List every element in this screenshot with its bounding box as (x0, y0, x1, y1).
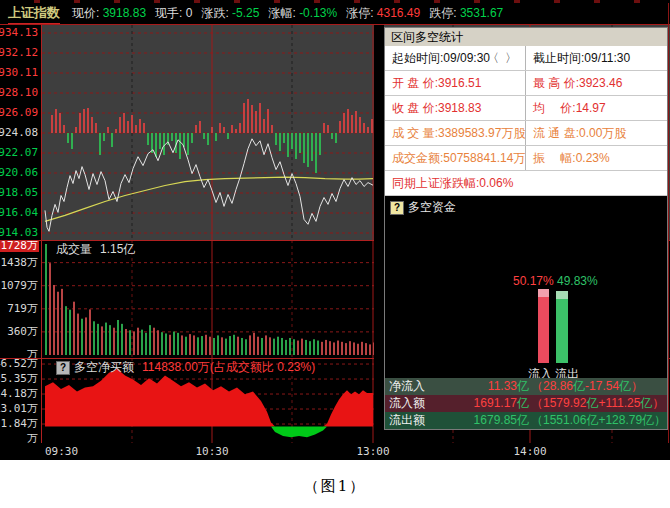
netbuy-label: 多空净买额 (74, 359, 134, 376)
fund-flow-section: ? 多空资金 50.17% 49.83% 流入 流出 净流入11.33亿（28.… (385, 196, 667, 429)
quote-title-bar: 上证指数 现价: 3918.83现手: 0涨跌: -5.25涨幅: -0.13%… (0, 3, 670, 25)
stats-row: 开 盘 价:3916.51最 高 价:3923.46 (385, 71, 667, 96)
stats-cell: 最 高 价:3923.46 (526, 71, 667, 95)
fund-row-label: 净流入 (385, 378, 441, 395)
quote-field: 涨跌: -5.25 (201, 5, 259, 22)
axis-border (41, 25, 42, 443)
price-tick-label: 3920.06 (0, 167, 38, 179)
stats-row: 同期上证涨跌幅:0.06% (385, 171, 667, 196)
fund-row-value-segment: （1551.06 (531, 413, 586, 427)
fund-section-title: 多空资金 (408, 199, 456, 216)
range-arrows: 〈〉 (481, 46, 517, 70)
field-value: -5.25 (232, 6, 259, 20)
range-next-button[interactable]: 〉 (505, 51, 517, 65)
help-icon[interactable]: ? (56, 361, 70, 375)
volume-tick-label: 1728万 (0, 240, 39, 252)
fund-row-value-segment: 1691.17 (474, 396, 517, 410)
fund-row-value-segment: ） (652, 396, 664, 410)
fund-row-value-segment: 亿 (640, 396, 652, 410)
fund-row-value-segment: 亿 (517, 413, 529, 427)
fund-row-label: 流出额 (385, 412, 441, 429)
price-tick-label: 3934.13 (0, 27, 38, 39)
fund-row-label: 流入额 (385, 395, 441, 412)
time-tick-label: 14:00 (513, 445, 546, 458)
fund-row-value-segment: （28.86 (531, 379, 573, 393)
netbuy-tick-label: 46.52万 (0, 358, 38, 370)
range-stats-table: 起始时间:09/09:30〈〉截止时间:09/11:30开 盘 价:3916.5… (385, 46, 667, 196)
volume-tick-label: 1079万 (1, 280, 39, 292)
fund-flow-row: 净流入11.33亿（28.86亿-17.54亿） (385, 378, 667, 395)
quote-field: 现手: 0 (155, 5, 192, 22)
netbuy-y-axis: 46.52万35.35万24.18万13.01万1.84万万 (0, 358, 41, 443)
stats-cell: 振 幅:0.23% (526, 146, 667, 170)
volume-tick-label: 1438万 (1, 257, 39, 269)
figure-caption-area: （图1） (0, 460, 670, 508)
panel-shadow (374, 25, 384, 430)
stats-cell: 流 通 盘:0.00万股 (526, 121, 667, 145)
inflow-bar (538, 289, 549, 363)
field-label: 涨幅: (268, 6, 299, 20)
fund-row-value-segment: 亿 (517, 379, 529, 393)
volume-tick-label: 719万 (7, 303, 38, 315)
netbuy-tick-label: 24.18万 (0, 388, 38, 400)
time-tick-label: 10:30 (195, 445, 228, 458)
side-panel-title: 区间多空统计 (385, 28, 667, 46)
netbuy-tick-label: 13.01万 (0, 403, 38, 415)
fund-row-value-segment: +128.79 (598, 413, 642, 427)
stats-cell: 收 盘 价:3918.83 (385, 96, 526, 120)
outflow-bar (556, 291, 568, 363)
price-tick-label: 3930.11 (0, 67, 38, 79)
price-tick-label: 3918.05 (0, 187, 38, 199)
fund-row-value-segment: 亿 (586, 396, 598, 410)
fund-flow-row: 流入额1691.17亿（1579.92亿+111.25亿） (385, 395, 667, 412)
fund-row-value-segment: 亿 (517, 396, 529, 410)
field-label: 现手: (155, 6, 186, 20)
help-icon[interactable]: ? (390, 201, 404, 215)
field-value: 3918.83 (103, 6, 146, 20)
outflow-percent: 49.83% (557, 274, 598, 288)
price-tick-label: 3916.04 (0, 207, 38, 219)
netbuy-tick-label: 35.35万 (0, 373, 38, 385)
range-prev-button[interactable]: 〈 (487, 51, 499, 65)
fund-row-value-segment: （1579.92 (531, 396, 586, 410)
quote-field: 现价: 3918.83 (72, 5, 146, 22)
volume-y-axis: 1728万1438万1079万719万360万万 (0, 240, 41, 358)
trading-app-window: 上证指数 现价: 3918.83现手: 0涨跌: -5.25涨幅: -0.13%… (0, 0, 670, 460)
fund-row-value-segment: ） (654, 413, 666, 427)
stats-cell: 成交金额:50758841.14万元 (385, 146, 526, 170)
time-tick-label: 09:30 (45, 445, 78, 458)
fund-row-value: 1691.17亿 (441, 395, 529, 412)
stats-cell: 同期上证涨跌幅:0.06% (385, 171, 667, 195)
field-label: 涨跌: (201, 6, 232, 20)
stats-cell: 开 盘 价:3916.51 (385, 71, 526, 95)
stats-row: 成 交 量:3389583.97万股流 通 盘:0.00万股 (385, 121, 667, 146)
volume-label: 成交量 (56, 241, 92, 258)
quote-fields: 现价: 3918.83现手: 0涨跌: -5.25涨幅: -0.13%涨停: 4… (72, 5, 512, 22)
volume-chart-label: 成交量 1.15亿 (56, 241, 135, 258)
index-name[interactable]: 上证指数 (8, 4, 60, 24)
stats-row: 起始时间:09/09:30〈〉截止时间:09/11:30 (385, 46, 667, 71)
price-tick-label: 3926.09 (0, 107, 38, 119)
field-value: 4316.49 (377, 6, 420, 20)
stats-side-panel: 区间多空统计 起始时间:09/09:30〈〉截止时间:09/11:30开 盘 价… (384, 27, 668, 430)
stats-cell: 截止时间:09/11:30 (526, 46, 667, 70)
fund-row-value-segment: 1679.85 (474, 413, 517, 427)
stats-cell: 起始时间:09/09:30〈〉 (385, 46, 526, 70)
quote-field: 涨停: 4316.49 (346, 5, 420, 22)
quote-field: 涨幅: -0.13% (268, 5, 337, 22)
fund-flow-row: 流出额1679.85亿（1551.06亿+128.79亿） (385, 412, 667, 429)
figure-caption: （图1） (304, 477, 367, 496)
stats-row: 收 盘 价:3918.83均 价:14.97 (385, 96, 667, 121)
fund-row-value-segment: 11.33 (488, 379, 517, 393)
time-tick-label: 13:00 (356, 445, 389, 458)
field-label: 跌停: (429, 6, 460, 20)
inflow-percent: 50.17% (513, 274, 554, 288)
netbuy-chart-label: ? 多空净买额 114838.00万(占成交额比 0.23%) (56, 359, 315, 376)
price-tick-label: 3928.10 (0, 87, 38, 99)
volume-tick-label: 360万 (7, 326, 38, 338)
price-tick-label: 3914.03 (0, 227, 38, 239)
fund-row-detail: （1579.92亿+111.25亿） (529, 395, 667, 412)
fund-row-value-segment: -17.54 (585, 379, 619, 393)
stats-row: 成交金额:50758841.14万元振 幅:0.23% (385, 146, 667, 171)
price-tick-label: 3932.12 (0, 47, 38, 59)
